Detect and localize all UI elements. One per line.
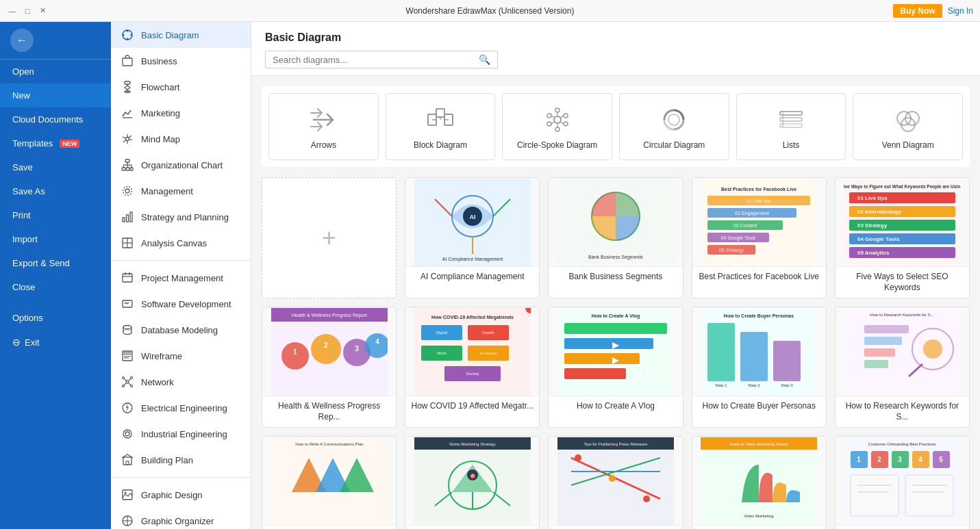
category-item-analysis[interactable]: Analysis Canvas [111, 230, 251, 256]
search-input[interactable] [273, 55, 479, 65]
sidebar-item-exit[interactable]: ⊖ Exit [0, 330, 111, 354]
venn-label: Venn Diagram [882, 140, 934, 150]
svg-line-85 [551, 122, 555, 124]
svg-line-53 [124, 378, 126, 380]
template-buyer-personas[interactable]: How to Create Buyer Personas Step 1 Step… [692, 307, 827, 428]
template-bank-business[interactable]: Bank Business Segments Bank Business Seg… [548, 177, 683, 298]
category-item-basic-diagram[interactable]: Basic Diagram [111, 22, 251, 48]
venn-svg [893, 106, 923, 133]
svg-point-49 [123, 377, 125, 379]
seo-thumb: Five Ways to Figure out What Keywords Pe… [835, 178, 969, 267]
svg-point-198 [575, 454, 581, 461]
svg-text:Health & Wellness Progress Rep: Health & Wellness Progress Report [292, 313, 367, 318]
svg-rect-62 [126, 461, 129, 465]
category-label: Basic Diagram [141, 30, 199, 40]
category-item-project-mgmt[interactable]: Project Management [111, 265, 251, 291]
basic-icon-lists[interactable]: Lists [736, 93, 846, 160]
close-button[interactable]: ✕ [37, 5, 48, 16]
template-health[interactable]: Health & Wellness Progress Report 1 2 3 … [262, 307, 397, 428]
category-item-business[interactable]: Business [111, 48, 251, 74]
category-item-org-chart[interactable]: Organizational Chart [111, 152, 251, 178]
search-icon[interactable]: 🔍 [479, 54, 490, 65]
restore-button[interactable]: □ [22, 5, 33, 16]
category-item-building[interactable]: Building Plan [111, 447, 251, 473]
svg-point-64 [125, 492, 127, 494]
back-button[interactable]: ← [10, 29, 34, 52]
covid-label: How COVID 19 Affected Megatr... [405, 396, 539, 417]
sidebar-save-label: Save [12, 162, 33, 172]
sidebar-item-print[interactable]: Print [0, 203, 111, 227]
category-item-software[interactable]: Software Development [111, 291, 251, 317]
svg-rect-89 [780, 112, 802, 115]
svg-rect-91 [780, 124, 802, 127]
category-item-graphic-design[interactable]: Graphic Design [111, 482, 251, 508]
svg-text:2: 2 [878, 456, 882, 463]
lists-svg [776, 106, 806, 133]
sidebar-item-cloud[interactable]: Cloud Documents [0, 107, 111, 131]
category-item-database[interactable]: Database Modeling [111, 317, 251, 343]
template-video-marketing[interactable]: State of Video Marketing Report Video Ma… [692, 436, 827, 529]
niche-marketing-label: Niche Marketing Strategy Tips [405, 526, 539, 529]
svg-point-3 [127, 38, 129, 40]
svg-text:02 Intermixology: 02 Intermixology [857, 209, 901, 215]
svg-point-76 [564, 114, 568, 118]
business-icon [121, 54, 134, 68]
sidebar-item-save[interactable]: Save [0, 155, 111, 179]
buy-now-button[interactable]: Buy Now [893, 4, 942, 18]
svg-text:02 Engagement: 02 Engagement [735, 211, 768, 216]
category-item-management[interactable]: Management [111, 178, 251, 204]
svg-point-171 [923, 339, 942, 359]
template-onboarding[interactable]: Customer Onboarding Best Practices 1 2 3… [835, 436, 970, 529]
new-template-card[interactable]: + [262, 177, 397, 298]
svg-text:Digital: Digital [436, 331, 447, 335]
sidebar-item-open[interactable]: Open [0, 60, 111, 83]
category-item-network[interactable]: Network [111, 369, 251, 395]
basic-icon-block-diagram[interactable]: Block Diagram [386, 93, 496, 160]
minimize-button[interactable]: — [7, 5, 18, 16]
basic-icon-circle-spoke[interactable]: Circle-Spoke Diagram [502, 93, 612, 160]
mind-map-icon [121, 132, 134, 146]
template-ai-compliance[interactable]: AI AI Compliance Management AI Complianc… [405, 177, 540, 298]
sign-in-button[interactable]: Sign In [948, 6, 973, 16]
templates-grid: + AI [262, 177, 970, 529]
template-covid[interactable]: How COVID-19 Affected Megatrends Digital… [405, 307, 540, 428]
sidebar-item-export[interactable]: Export & Send [0, 251, 111, 275]
basic-icon-circular[interactable]: Circular Diagram [619, 93, 729, 160]
category-item-mind-map[interactable]: Mind Map [111, 126, 251, 152]
svg-line-56 [129, 383, 131, 385]
svg-text:🎯: 🎯 [469, 473, 475, 479]
electrical-icon [121, 401, 134, 415]
category-item-industrial[interactable]: Industrial Engineering [111, 421, 251, 447]
svg-point-199 [609, 475, 616, 482]
sidebar-item-import[interactable]: Import [0, 227, 111, 251]
template-press-releases[interactable]: Tips for Publishing Press Releases Tips … [548, 436, 683, 529]
template-vlog[interactable]: How to Create A Vlog How to Create A Vlo… [548, 307, 683, 428]
template-niche-marketing[interactable]: Niche Marketing Strategy 🎯 Niche Marketi… [405, 436, 540, 529]
template-seo[interactable]: Five Ways to Figure out What Keywords Pe… [835, 177, 970, 298]
category-item-strategy[interactable]: Strategy and Planning [111, 204, 251, 230]
building-icon [121, 453, 134, 467]
svg-marker-58 [126, 404, 129, 412]
sidebar-item-close[interactable]: Close [0, 275, 111, 299]
category-item-electrical[interactable]: Electrical Engineering [111, 395, 251, 421]
svg-text:How to Write A Communications : How to Write A Communications Plan [295, 442, 363, 446]
sidebar-item-new[interactable]: New [0, 83, 111, 107]
sidebar-item-templates[interactable]: Templates NEW [0, 131, 111, 155]
exit-icon: ⊖ [12, 337, 21, 348]
sidebar-item-options[interactable]: Options [0, 306, 111, 330]
vlog-thumb: How to Create A Vlog [549, 307, 682, 396]
category-item-flowchart[interactable]: Flowchart [111, 74, 251, 100]
basic-icon-arrows[interactable]: Arrows [268, 93, 379, 160]
template-communications[interactable]: How to Write A Communications Plan How t… [262, 436, 397, 529]
template-fb-live[interactable]: Best Practices for Facebook Live 01 Live… [692, 177, 827, 298]
strategy-icon [121, 210, 134, 224]
category-item-graphic-organizer[interactable]: Graphic Organizer [111, 508, 251, 529]
svg-rect-163 [740, 332, 768, 381]
basic-icon-venn[interactable]: Venn Diagram [853, 93, 963, 160]
template-keywords[interactable]: How to Research Keywords for S... How to [835, 307, 970, 428]
svg-text:AI Compliance Management: AI Compliance Management [442, 257, 503, 262]
sidebar-item-save-as[interactable]: Save As [0, 179, 111, 203]
category-item-wireframe[interactable]: Wireframe [111, 343, 251, 369]
svg-text:2: 2 [324, 341, 328, 349]
category-item-marketing[interactable]: Marketing [111, 100, 251, 126]
